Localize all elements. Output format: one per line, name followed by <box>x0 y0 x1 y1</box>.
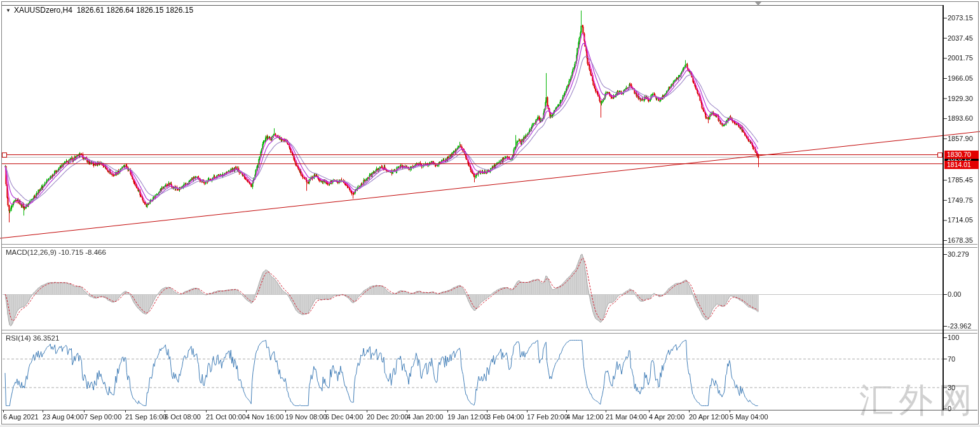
time-axis-label: 20 Apr 12:00 <box>689 413 728 421</box>
time-axis-label: 6 Oct 08:00 <box>165 413 201 421</box>
price-axis-label: 2001.75 <box>948 54 973 62</box>
price-axis-label: 2037.45 <box>948 34 973 42</box>
time-axis-label: 21 Sep 16:00 <box>125 413 167 421</box>
price-chart-canvas[interactable] <box>0 0 980 427</box>
price-axis-label: 1857.90 <box>948 135 973 142</box>
collapse-triangle-icon[interactable]: ▼ <box>6 8 11 13</box>
time-axis-label: 6 Dec 04:00 <box>325 413 363 421</box>
macd-values: -10.715 -8.466 <box>58 248 106 256</box>
time-axis-label: 5 May 04:00 <box>730 413 768 421</box>
resistance-price-label: 1830.70 <box>944 151 979 159</box>
chart-title: ▼XAUUSDzero,H4 1826.61 1826.64 1826.15 1… <box>6 6 193 15</box>
rsi-axis-label: 70 <box>948 355 955 363</box>
rsi-name: RSI(14) <box>6 334 31 342</box>
macd-indicator-label: MACD(12,26,9) -10.715 -8.466 <box>6 248 106 256</box>
macd-axis-label: 30.279 <box>948 250 969 258</box>
price-axis-label: 1678.35 <box>948 236 973 244</box>
price-axis-label: 1749.75 <box>948 196 973 204</box>
hline-left-handle[interactable] <box>2 152 7 158</box>
rsi-indicator-label: RSI(14) 36.3521 <box>6 334 59 342</box>
rsi-axis-label: 30 <box>948 384 955 391</box>
time-axis-label: 4 Mar 12:00 <box>566 413 604 421</box>
time-axis-label: 4 Apr 20:00 <box>649 413 684 421</box>
separator-macd-rsi[interactable] <box>2 330 977 334</box>
site-watermark: 汇外网 <box>859 377 977 424</box>
chart-shift-marker-icon[interactable] <box>755 2 761 6</box>
time-axis-label: 23 Aug 04:00 <box>43 413 84 421</box>
price-axis-label: 1893.60 <box>948 114 973 122</box>
time-axis-label: 17 Feb 20:00 <box>527 413 568 421</box>
time-axis-label: 4 Jan 20:00 <box>407 413 444 421</box>
time-axis-label: 3 Feb 04:00 <box>487 413 524 421</box>
price-axis-label: 1966.05 <box>948 74 973 82</box>
price-axis-label: 2073.15 <box>948 14 973 22</box>
rsi-axis-label: 100 <box>948 334 959 341</box>
rsi-value: 36.3521 <box>33 334 60 342</box>
time-axis-label: 19 Nov 08:00 <box>285 413 327 421</box>
price-axis-label: 1929.30 <box>948 95 973 102</box>
separator-price-macd[interactable] <box>2 244 977 248</box>
time-axis-label: 7 Sep 00:00 <box>84 413 121 421</box>
symbol-timeframe-label: XAUUSDzero,H4 <box>14 6 72 15</box>
time-axis-border <box>2 410 977 410</box>
price-axis-label: 1785.45 <box>948 176 973 184</box>
time-axis-label: 21 Oct 00:00 <box>206 413 246 421</box>
time-axis-label: 6 Aug 2021 <box>3 413 39 421</box>
hline-right-handle[interactable] <box>937 152 943 158</box>
price-axis-label: 1714.05 <box>948 216 973 224</box>
support-price-label: 1814.01 <box>944 161 979 169</box>
time-axis-label: 19 Jan 12:00 <box>447 413 488 421</box>
ohlc-values: 1826.61 1826.64 1826.15 1826.15 <box>77 6 194 15</box>
macd-name: MACD(12,26,9) <box>6 248 57 256</box>
chart-window: ▼XAUUSDzero,H4 1826.61 1826.64 1826.15 1… <box>0 0 980 427</box>
price-axis-line[interactable] <box>943 5 944 410</box>
macd-axis-label: 0.00 <box>948 290 961 298</box>
time-axis-label: 20 Dec 20:00 <box>367 413 408 421</box>
time-axis-label: 21 Mar 04:00 <box>606 413 647 421</box>
macd-axis-label: -23.962 <box>948 322 971 330</box>
rsi-axis-label: 0 <box>948 405 951 412</box>
time-axis-label: 4 Nov 16:00 <box>246 413 283 421</box>
